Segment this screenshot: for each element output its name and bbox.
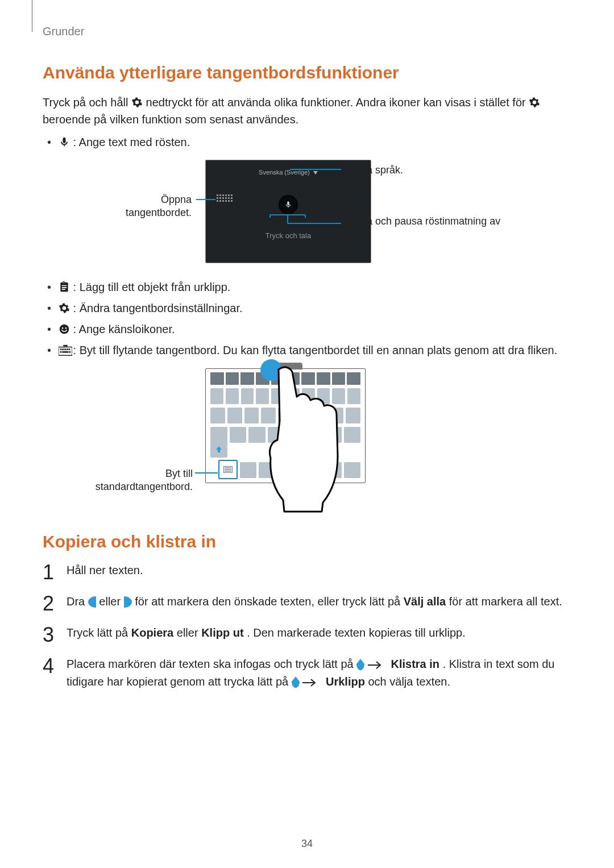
- bullet-emoji: : Ange känsloikoner.: [43, 321, 571, 338]
- text-fragment: Dra: [67, 595, 88, 608]
- step-text: Håll ner texten.: [67, 564, 143, 576]
- manual-page: Grunder Använda ytterligare tangentbords…: [0, 0, 614, 868]
- clipboard-icon: [59, 280, 70, 292]
- step-2: Dra eller för att markera den önskade te…: [43, 593, 571, 610]
- chevron-down-icon: [313, 169, 318, 176]
- bold-klipp-ut: Klipp ut: [201, 626, 243, 639]
- text-fragment: Tryck lätt på: [67, 626, 131, 639]
- bullet-text: : Byt till flytande tangentbord. Du kan …: [73, 344, 558, 356]
- text-fragment: och välja texten.: [368, 675, 450, 688]
- text-fragment: eller: [177, 626, 201, 639]
- bold-klistra-in: Klistra in: [391, 658, 440, 670]
- callout-change-language: Ändra språk.: [345, 164, 403, 177]
- gear-icon: [131, 95, 143, 107]
- svg-rect-13: [64, 348, 66, 350]
- bullet-text: : Lägg till ett objekt från urklipp.: [73, 281, 231, 293]
- shift-key: [210, 442, 227, 458]
- language-dropdown: Svenska (Sverige): [240, 166, 337, 178]
- step-1: Håll ner texten.: [43, 562, 571, 579]
- bold-valj-alla: Välj alla: [404, 595, 446, 608]
- callout-switch-keyboard: Byt till standardtangentbord.: [73, 467, 193, 494]
- text-fragment: nedtryckt för att använda olika funktion…: [146, 96, 529, 109]
- text-fragment: eller: [99, 595, 123, 608]
- callout-voice-input: Starta och pausa röstinmatning av text.: [345, 215, 516, 242]
- step-3: Tryck lätt på Kopiera eller Klipp ut . D…: [43, 625, 571, 641]
- switch-keyboard-key-highlight: [218, 460, 238, 479]
- text-fragment: beroende på vilken funktion som senast a…: [43, 113, 298, 126]
- svg-rect-19: [63, 344, 67, 346]
- selection-handle-right-icon: [124, 596, 132, 607]
- floating-keyboard-icon: [59, 343, 70, 355]
- bold-kopiera: Kopiera: [131, 626, 173, 639]
- bullet-text: : Ändra tangentbordsinställningar.: [73, 302, 243, 314]
- steps-list: Håll ner texten. Dra eller för att marke…: [43, 562, 571, 691]
- svg-rect-16: [60, 351, 62, 352]
- svg-point-8: [62, 327, 64, 329]
- text-fragment: för att markera den önskade texten, elle…: [135, 595, 403, 608]
- bullet-text: : Ange text med rösten.: [73, 136, 190, 148]
- text-fragment: Tryck på och håll: [43, 96, 131, 109]
- text-fragment: . Den markerade texten kopieras till urk…: [247, 626, 466, 639]
- svg-point-9: [65, 327, 67, 329]
- text-fragment: Placera markören där texten ska infogas …: [67, 658, 356, 670]
- svg-point-7: [60, 324, 69, 334]
- bullet-list-bottom: : Lägg till ett objekt från urklipp. : Ä…: [43, 279, 571, 359]
- selection-handle-left-icon: [88, 596, 96, 607]
- bullet-list-top: : Ange text med rösten.: [43, 134, 571, 151]
- text-fragment: för att markera all text.: [449, 595, 562, 608]
- arrow-right-icon: [368, 657, 381, 674]
- bullet-floating-keyboard: : Byt till flytande tangentbord. Du kan …: [43, 342, 571, 359]
- bullet-settings: : Ändra tangentbordsinställningar.: [43, 300, 571, 317]
- arrow-right-icon: [302, 675, 316, 691]
- svg-rect-12: [62, 348, 64, 350]
- keyboard-icon: [223, 466, 233, 473]
- svg-rect-17: [62, 351, 68, 352]
- svg-rect-18: [69, 351, 70, 352]
- voice-mic-button: [279, 196, 297, 214]
- breadcrumb: Grunder: [43, 25, 571, 38]
- section-heading-keyboard-functions: Använda ytterligare tangentbordsfunktion…: [43, 62, 571, 84]
- cursor-handle-icon: [356, 658, 364, 670]
- callout-open-keyboard: Öppna tangentbordet.: [94, 193, 192, 220]
- svg-rect-14: [67, 348, 68, 350]
- page-number: 34: [0, 838, 614, 850]
- smiley-icon: [59, 322, 70, 334]
- gear-icon: [529, 95, 540, 107]
- section-heading-copy-paste: Kopiera och klistra in: [43, 531, 571, 553]
- language-label: Svenska (Sverige): [259, 169, 310, 176]
- figure-floating-keyboard: Byt till standardtangentbord.: [43, 366, 571, 514]
- gear-icon: [59, 301, 70, 313]
- mic-icon: [59, 135, 70, 147]
- bold-urklipp: Urklipp: [326, 675, 365, 688]
- bullet-text: : Ange känsloikoner.: [73, 323, 175, 335]
- bullet-clipboard: : Lägg till ett objekt från urklipp.: [43, 279, 571, 296]
- svg-rect-15: [69, 348, 70, 350]
- figure-voice-input: Svenska (Sverige) Tryck och tala: [43, 158, 571, 266]
- intro-paragraph: Tryck på och håll nedtryckt för att anvä…: [43, 94, 571, 128]
- step-4: Placera markören där texten ska infogas …: [43, 656, 571, 691]
- bullet-mic: : Ange text med rösten.: [43, 134, 571, 151]
- keyboard-icon: [216, 194, 233, 206]
- svg-rect-11: [60, 348, 62, 350]
- hand-pointer-icon: [267, 365, 381, 515]
- cursor-handle-icon: [292, 676, 300, 687]
